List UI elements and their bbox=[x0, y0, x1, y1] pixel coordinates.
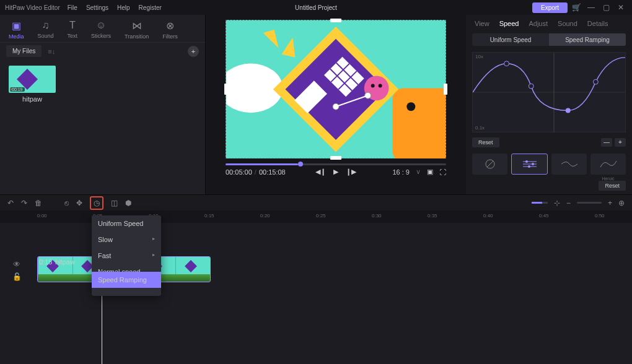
prev-frame-button[interactable]: ◀❙ bbox=[315, 168, 326, 176]
filters-icon: ⊗ bbox=[166, 20, 174, 32]
snap-icon[interactable]: ⊹ bbox=[554, 199, 560, 207]
svg-point-23 bbox=[593, 79, 598, 84]
cart-icon[interactable]: 🛒 bbox=[570, 3, 582, 12]
split-icon[interactable]: ⎋ bbox=[64, 199, 69, 207]
resize-handle-right[interactable] bbox=[444, 84, 447, 95]
export-button[interactable]: Export bbox=[532, 2, 568, 13]
svg-point-29 bbox=[525, 160, 528, 163]
svg-point-14 bbox=[379, 84, 382, 87]
tab-filters[interactable]: ⊗Filters bbox=[162, 20, 178, 40]
sound-icon: ♫ bbox=[42, 20, 50, 31]
speed-mode-tabs: Uniform Speed Speed Ramping bbox=[472, 33, 626, 46]
menu-file[interactable]: File bbox=[68, 4, 77, 11]
timeline-toolbar: ↶ ↷ 🗑 ⎋ ✥ ◷ ◫ ⬢ ⊹ − + ⊕ bbox=[0, 194, 632, 210]
delete-icon[interactable]: 🗑 bbox=[35, 199, 42, 207]
undo-icon[interactable]: ↶ bbox=[7, 199, 14, 207]
media-item-name: hitpaw bbox=[22, 95, 42, 103]
transition-icon: ⋈ bbox=[132, 20, 142, 32]
rtab-speed[interactable]: Speed bbox=[499, 20, 519, 27]
zoom-fit-button[interactable]: ⊕ bbox=[618, 199, 625, 207]
resize-handle-top[interactable] bbox=[330, 19, 341, 22]
svg-line-25 bbox=[487, 161, 493, 167]
move-icon[interactable]: ✥ bbox=[76, 199, 82, 207]
preset-reset-button[interactable]: Reset bbox=[599, 181, 626, 191]
mask-icon[interactable]: ⬢ bbox=[125, 199, 131, 207]
menu-settings[interactable]: Settings bbox=[86, 4, 108, 11]
add-keyframe-button[interactable]: + bbox=[615, 138, 626, 147]
my-files-tab[interactable]: My Files bbox=[6, 45, 42, 57]
rtab-sound[interactable]: Sound bbox=[558, 20, 577, 27]
preset-custom[interactable] bbox=[511, 154, 548, 175]
tab-stickers[interactable]: ☺Stickers bbox=[91, 20, 111, 40]
ctx-uniform-speed[interactable]: Uniform Speed bbox=[92, 215, 161, 232]
svg-point-31 bbox=[528, 165, 530, 168]
tab-media[interactable]: ▣Media bbox=[9, 20, 24, 40]
maximize-button[interactable]: ▢ bbox=[600, 3, 612, 12]
preset-none[interactable] bbox=[472, 154, 507, 175]
ctx-fast[interactable]: Fast▸ bbox=[92, 248, 161, 264]
menu-register[interactable]: Register bbox=[139, 4, 162, 11]
chevron-right-icon: ▸ bbox=[152, 252, 155, 259]
properties-panel: View Speed Adjust Sound Details Uniform … bbox=[466, 15, 632, 194]
play-button[interactable]: ▶ bbox=[333, 168, 338, 176]
aspect-ratio[interactable]: 16 : 9 bbox=[392, 168, 410, 176]
resize-handle-left[interactable] bbox=[224, 84, 228, 95]
curve-reset-button[interactable]: Reset bbox=[472, 137, 499, 147]
total-duration: 00:15:08 bbox=[259, 168, 286, 176]
svg-point-21 bbox=[529, 84, 533, 89]
svg-point-20 bbox=[504, 61, 509, 66]
rtab-adjust[interactable]: Adjust bbox=[529, 20, 548, 27]
preset-wave1[interactable] bbox=[551, 154, 587, 175]
media-panel: ▣Media ♫Sound TText ☺Stickers ⋈Transitio… bbox=[0, 15, 206, 194]
stickers-icon: ☺ bbox=[96, 20, 106, 31]
zoom-out-button[interactable]: − bbox=[566, 199, 571, 207]
zoom-slider[interactable] bbox=[577, 202, 602, 204]
redo-icon[interactable]: ↷ bbox=[21, 199, 27, 207]
sort-icon[interactable]: ≡↓ bbox=[48, 48, 55, 55]
seek-bar[interactable] bbox=[226, 163, 446, 165]
title-bar: HitPaw Video Editor File Settings Help R… bbox=[0, 0, 632, 15]
speed-curve-editor[interactable]: 10x 0.1x bbox=[472, 52, 626, 132]
track-visibility-icon[interactable]: 👁 bbox=[13, 260, 20, 269]
ctx-speed-ramping[interactable]: Speed Ramping bbox=[92, 272, 161, 288]
minimize-button[interactable]: — bbox=[585, 3, 597, 12]
track-size-toggle[interactable] bbox=[532, 202, 548, 204]
zoom-in-button[interactable]: + bbox=[608, 199, 612, 207]
preset-heroic[interactable]: Heroic bbox=[590, 154, 626, 175]
speed-icon-highlighted[interactable]: ◷ bbox=[90, 196, 103, 210]
project-title: Untitled Project bbox=[295, 4, 337, 11]
speed-ramping-tab[interactable]: Speed Ramping bbox=[549, 33, 626, 46]
add-media-button[interactable]: + bbox=[188, 46, 199, 57]
svg-point-22 bbox=[566, 108, 571, 113]
current-time: 00:05:00 bbox=[226, 168, 252, 176]
speed-context-menu: Uniform Speed Slow▸ Fast▸ Normal speed S… bbox=[92, 215, 161, 296]
tab-text[interactable]: TText bbox=[68, 20, 78, 40]
svg-point-3 bbox=[406, 102, 415, 111]
svg-point-30 bbox=[532, 163, 534, 165]
ctx-slow[interactable]: Slow▸ bbox=[92, 232, 161, 248]
rtab-details[interactable]: Details bbox=[587, 20, 608, 27]
chevron-right-icon: ▸ bbox=[152, 236, 155, 243]
main-menu: File Settings Help Register bbox=[68, 4, 162, 11]
uniform-speed-tab[interactable]: Uniform Speed bbox=[472, 33, 549, 46]
tab-transition[interactable]: ⋈Transition bbox=[125, 20, 149, 40]
track-lock-icon[interactable]: 🔓 bbox=[12, 272, 22, 281]
resize-handle-bottom[interactable] bbox=[330, 156, 341, 160]
svg-point-13 bbox=[371, 84, 375, 87]
crop-tool-icon[interactable]: ◫ bbox=[111, 199, 118, 207]
svg-rect-2 bbox=[392, 88, 445, 158]
next-frame-button[interactable]: ❙▶ bbox=[346, 168, 356, 176]
media-item[interactable]: 00:19 hitpaw bbox=[9, 66, 56, 103]
remove-keyframe-button[interactable]: — bbox=[601, 138, 612, 147]
crop-icon[interactable]: ▣ bbox=[427, 168, 433, 176]
media-thumbnail: 00:19 bbox=[9, 66, 56, 93]
rtab-view[interactable]: View bbox=[475, 20, 489, 27]
fullscreen-icon[interactable]: ⛶ bbox=[439, 168, 446, 176]
tab-sound[interactable]: ♫Sound bbox=[38, 20, 54, 40]
preview-panel: 00:05:00 / 00:15:08 ◀❙ ▶ ❙▶ 16 : 9∨ ▣ ⛶ bbox=[206, 15, 466, 194]
text-icon: T bbox=[69, 20, 76, 31]
app-name: HitPaw Video Editor bbox=[5, 4, 60, 11]
preview-canvas[interactable] bbox=[226, 20, 446, 158]
menu-help[interactable]: Help bbox=[117, 4, 130, 11]
close-button[interactable]: ✕ bbox=[615, 3, 627, 12]
